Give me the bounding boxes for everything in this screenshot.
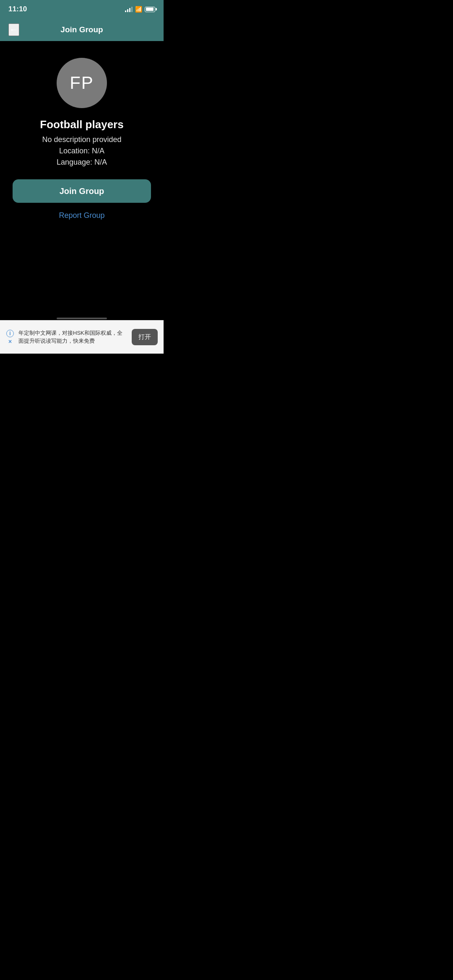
status-bar: 11:10 📶 bbox=[0, 0, 164, 18]
group-location: Location: N/A bbox=[59, 147, 104, 155]
battery-icon bbox=[145, 7, 155, 12]
join-group-button[interactable]: Join Group bbox=[13, 179, 151, 203]
ad-info-circle: i bbox=[6, 330, 14, 337]
main-content: FP Football players No description provi… bbox=[0, 41, 164, 228]
ad-open-button[interactable]: 打开 bbox=[132, 329, 158, 345]
group-description: No description provided bbox=[42, 135, 121, 144]
signal-icon bbox=[125, 6, 133, 12]
ad-info-icon: i × bbox=[6, 330, 14, 345]
avatar-initials: FP bbox=[70, 73, 94, 93]
group-avatar: FP bbox=[57, 58, 107, 108]
ad-banner: i × 年定制中文网课，对接HSK和国际权威，全面提升听说读写能力，快来免费 打… bbox=[0, 320, 164, 354]
ad-close-button[interactable]: × bbox=[8, 338, 12, 345]
nav-title: Join Group bbox=[60, 25, 103, 34]
status-time: 11:10 bbox=[8, 5, 27, 13]
nav-bar: ← Join Group bbox=[0, 18, 164, 41]
status-icons: 📶 bbox=[125, 6, 155, 13]
back-button[interactable]: ← bbox=[8, 23, 19, 36]
home-indicator bbox=[57, 318, 107, 319]
ad-text: 年定制中文网课，对接HSK和国际权威，全面提升听说读写能力，快来免费 bbox=[18, 329, 128, 344]
report-group-button[interactable]: Report Group bbox=[59, 211, 104, 220]
wifi-icon: 📶 bbox=[135, 6, 142, 13]
group-name: Football players bbox=[40, 118, 123, 131]
group-language: Language: N/A bbox=[57, 158, 107, 167]
